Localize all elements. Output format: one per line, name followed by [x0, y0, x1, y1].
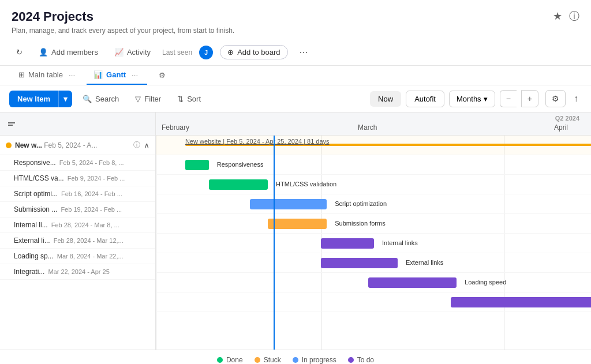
gantt-bar[interactable] [451, 297, 591, 307]
bar-label: External links [406, 259, 443, 266]
search-button[interactable]: 🔍 Search [77, 91, 125, 107]
task-name: Submission ... [14, 205, 57, 213]
task-name: Integrati... [14, 268, 44, 276]
task-row: HTML/CSS va...Feb 9, 2024 - Feb ... [0, 171, 155, 186]
bar-label: Script optimization [335, 200, 387, 207]
page-header: 2024 Projects ★ ⓘ Plan, manage, and trac… [0, 0, 591, 39]
gantt-body: New website | Feb 5, 2024 - Apr 25, 2024… [156, 136, 591, 350]
tab-main-table[interactable]: ⊞ Main table ··· [12, 66, 84, 85]
month-label: March [352, 119, 548, 135]
search-label: Search [95, 95, 119, 103]
task-dates: Mar 8, 2024 - Mar 22,... [57, 253, 149, 260]
right-panel: Q2 2024 FebruaryMarchApril New website |… [156, 112, 591, 350]
new-item-label[interactable]: New Item [9, 91, 58, 107]
task-name: Responsive... [14, 159, 56, 167]
gantt-more-button[interactable]: ··· [129, 70, 140, 79]
sort-icon: ⇅ [177, 95, 184, 103]
legend-dot [217, 357, 223, 363]
gantt-bar[interactable] [368, 277, 457, 288]
autofit-button[interactable]: Autofit [406, 91, 444, 107]
gantt-icon: 📊 [93, 70, 103, 79]
task-row: Responsive...Feb 5, 2024 - Feb 8, ... [0, 155, 155, 171]
gantt-bar[interactable] [321, 258, 398, 268]
bar-label: Internal links [382, 239, 418, 246]
left-panel: New w... Feb 5, 2024 - A... ⓘ ∧ Responsi… [0, 112, 156, 350]
gantt-bar[interactable] [321, 238, 374, 249]
collapse-button[interactable] [6, 120, 17, 128]
refresh-button[interactable]: ↻ [12, 46, 27, 59]
activity-icon: 📈 [114, 48, 124, 57]
legend-dot [293, 357, 298, 363]
zoom-out-button[interactable]: − [500, 90, 517, 107]
tabs-bar: ⊞ Main table ··· 📊 Gantt ··· ⚙ [0, 66, 591, 85]
gantt-bar[interactable] [209, 179, 268, 190]
month-labels: FebruaryMarchApril [156, 119, 591, 135]
group-label: New w... Feb 5, 2024 - A... [15, 141, 130, 149]
bar-label: Loading speed [465, 279, 506, 286]
page-title: 2024 Projects [12, 9, 93, 24]
search-icon: 🔍 [83, 95, 92, 103]
toolbar: ↻ 👤 Add members 📈 Activity Last seen J ⊕… [0, 39, 591, 66]
legend-item: In progress [293, 356, 336, 364]
sort-button[interactable]: ⇅ Sort [171, 91, 207, 107]
tab-gantt[interactable]: 📊 Gantt ··· [87, 66, 147, 85]
months-button[interactable]: Months ▾ [449, 91, 495, 107]
gantt-bar[interactable] [268, 219, 327, 229]
q2-label: Q2 2024 [555, 115, 579, 122]
gantt-settings-button[interactable]: ⚙ [545, 90, 566, 107]
task-dates: Feb 28, 2024 - Mar 12,... [54, 237, 149, 244]
add-members-button[interactable]: 👤 Add members [34, 46, 103, 59]
plus-circle-icon: ⊕ [227, 48, 234, 57]
legend-dot [348, 357, 354, 363]
group-row[interactable]: New w... Feb 5, 2024 - A... ⓘ ∧ [0, 136, 155, 155]
action-bar: New Item ▾ 🔍 Search ▽ Filter ⇅ Sort Now … [0, 85, 591, 112]
group-info-button[interactable]: ⓘ [133, 140, 140, 150]
gantt-header: Q2 2024 FebruaryMarchApril [156, 112, 591, 136]
task-dates: Feb 28, 2024 - Mar 8, ... [51, 222, 149, 228]
zoom-in-button[interactable]: + [521, 90, 538, 107]
activity-label: Activity [127, 48, 151, 57]
upload-button[interactable]: ↑ [570, 90, 582, 107]
task-row: Script optimi...Feb 16, 2024 - Feb ... [0, 186, 155, 202]
gantt-label: Gantt [106, 70, 126, 79]
filter-button[interactable]: ▽ Filter [129, 91, 167, 107]
legend-item: Done [217, 356, 243, 364]
now-button[interactable]: Now [370, 91, 401, 107]
avatar: J [199, 46, 213, 59]
main-table-more-button[interactable]: ··· [66, 70, 77, 79]
star-button[interactable]: ★ [553, 9, 562, 23]
gantt-bar[interactable] [185, 160, 209, 170]
group-bar-label: New website | Feb 5, 2024 - Apr 25, 2024… [185, 138, 330, 145]
page-subtitle: Plan, manage, and track every aspect of … [12, 27, 579, 35]
person-icon: 👤 [39, 48, 48, 57]
legend-item: Stuck [255, 356, 281, 364]
refresh-icon: ↻ [16, 48, 23, 57]
task-list: Responsive...Feb 5, 2024 - Feb 8, ...HTM… [0, 155, 155, 280]
task-row: Integrati...Mar 22, 2024 - Apr 25 [0, 264, 155, 280]
add-to-board-button[interactable]: ⊕ Add to board [220, 45, 287, 59]
group-dot [6, 142, 12, 148]
group-toggle-button[interactable]: ∧ [144, 141, 149, 150]
info-button[interactable]: ⓘ [569, 9, 579, 23]
task-dates: Mar 22, 2024 - Apr 25 [48, 268, 149, 275]
task-name: Script optimi... [14, 190, 58, 198]
legend-label: To do [357, 356, 374, 364]
legend-label: Stuck [264, 356, 281, 364]
bar-label: HTML/CSS validation [276, 181, 336, 187]
new-item-button[interactable]: New Item ▾ [9, 91, 72, 107]
header-actions: ★ ⓘ [553, 9, 579, 23]
more-options-button[interactable]: ··· [295, 44, 313, 61]
task-row: Submission ...Feb 19, 2024 - Feb ... [0, 202, 155, 217]
new-item-dropdown-arrow[interactable]: ▾ [58, 91, 72, 107]
task-dates: Feb 16, 2024 - Feb ... [61, 190, 149, 197]
task-dates: Feb 9, 2024 - Feb ... [68, 175, 149, 182]
last-seen-label: Last seen [162, 48, 192, 57]
left-panel-header [0, 112, 155, 136]
task-row: Internal li...Feb 28, 2024 - Mar 8, ... [0, 217, 155, 233]
legend-label: Done [226, 356, 243, 364]
activity-button[interactable]: 📈 Activity [110, 46, 155, 59]
filter-icon: ▽ [135, 95, 141, 103]
filter-label: Filter [144, 95, 161, 103]
gantt-bar[interactable] [250, 199, 327, 209]
settings-tab-button[interactable]: ⚙ [154, 66, 170, 84]
